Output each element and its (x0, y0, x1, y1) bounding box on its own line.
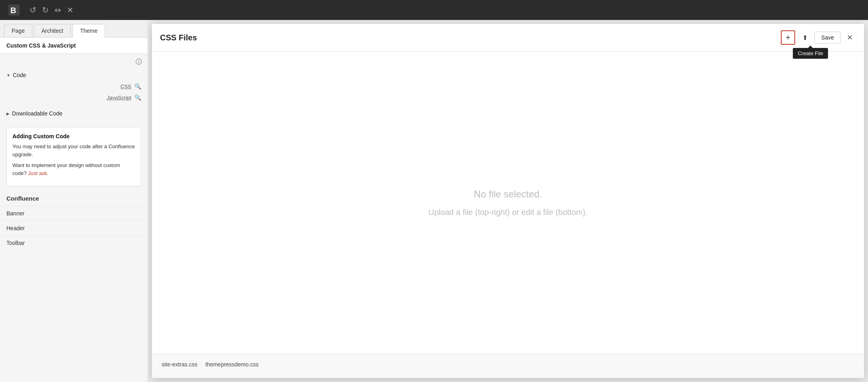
javascript-search-icon[interactable]: 🔍 (134, 94, 141, 101)
topbar-close-icon[interactable]: ✕ (67, 5, 74, 15)
tab-theme[interactable]: Theme (72, 24, 105, 38)
code-section-header[interactable]: ▼ Code (6, 70, 141, 81)
info-box-title: Adding Custom Code (12, 133, 135, 139)
confluence-item-header[interactable]: Header (0, 221, 148, 235)
file-tab-site-extras[interactable]: site-extras.css (160, 360, 199, 372)
create-file-tooltip: Create File (793, 48, 828, 59)
top-bar: B ↺ ↻ ⇔ ✕ (0, 0, 868, 20)
tab-page[interactable]: Page (4, 24, 32, 37)
downloadable-section: ▶ Downloadable Code (0, 106, 148, 122)
confluence-item-banner[interactable]: Banner (0, 206, 148, 221)
upload-hint-text: Upload a file (top-right) or edit a file… (428, 208, 588, 217)
no-file-text: No file selected. (474, 189, 542, 200)
svg-text:B: B (10, 6, 16, 15)
css-search-icon[interactable]: 🔍 (134, 83, 141, 90)
modal-body: No file selected. Upload a file (top-rig… (152, 52, 864, 378)
sidebar: Page Architect Theme Custom CSS & JavaSc… (0, 20, 148, 382)
info-box-text1: You may need to adjust your code after a… (12, 143, 135, 158)
javascript-label[interactable]: JavaScript (107, 95, 131, 101)
info-icon[interactable]: ⓘ (136, 58, 142, 66)
code-section: ▼ Code CSS 🔍 JavaScript 🔍 (0, 68, 148, 106)
info-box: Adding Custom Code You may need to adjus… (6, 127, 141, 186)
top-bar-controls: ↺ ↻ ⇔ ✕ (30, 5, 74, 15)
chevron-right-icon: ▶ (6, 111, 10, 116)
modal-close-button[interactable]: ✕ (843, 31, 856, 44)
redo-icon[interactable]: ↻ (42, 5, 49, 15)
downloadable-section-header[interactable]: ▶ Downloadable Code (6, 108, 141, 119)
upload-icon: ⬆ (802, 34, 808, 42)
css-item: CSS 🔍 (6, 81, 141, 92)
downloadable-label: Downloadable Code (12, 110, 62, 117)
file-list-area: site-extras.css themepressdemo.css (152, 354, 864, 378)
css-label[interactable]: CSS (120, 84, 131, 90)
tab-architect[interactable]: Architect (34, 24, 71, 37)
chevron-down-icon: ▼ (6, 73, 10, 78)
main-area: CSS Files + ⬆ Save ✕ Create File No file… (148, 20, 868, 382)
create-file-button[interactable]: + (781, 30, 795, 45)
section-title: Custom CSS & JavaScript (0, 38, 148, 54)
arrows-icon[interactable]: ⇔ (54, 5, 61, 15)
app-logo: B (6, 2, 22, 18)
confluence-section-header: Confluence (0, 191, 148, 206)
upload-file-button[interactable]: ⬆ (798, 30, 812, 45)
just-ask-link[interactable]: Just ask. (28, 170, 48, 176)
info-row: ⓘ (0, 54, 148, 68)
code-section-label: Code (13, 72, 26, 78)
plus-icon: + (786, 33, 790, 42)
undo-icon[interactable]: ↺ (30, 5, 36, 15)
file-tab-themepressdemo[interactable]: themepressdemo.css (204, 360, 260, 372)
css-files-modal: CSS Files + ⬆ Save ✕ Create File No file… (152, 24, 864, 378)
modal-title: CSS Files (160, 33, 197, 42)
sidebar-tabs: Page Architect Theme (0, 20, 148, 38)
save-button[interactable]: Save (814, 32, 841, 44)
javascript-item: JavaScript 🔍 (6, 92, 141, 103)
modal-header: CSS Files + ⬆ Save ✕ (152, 24, 864, 52)
file-viewer: No file selected. Upload a file (top-rig… (152, 52, 864, 354)
info-box-text2: Want to implement your design without cu… (12, 161, 135, 177)
confluence-item-toolbar[interactable]: Toolbar (0, 235, 148, 250)
modal-actions: + ⬆ Save ✕ (781, 30, 856, 45)
